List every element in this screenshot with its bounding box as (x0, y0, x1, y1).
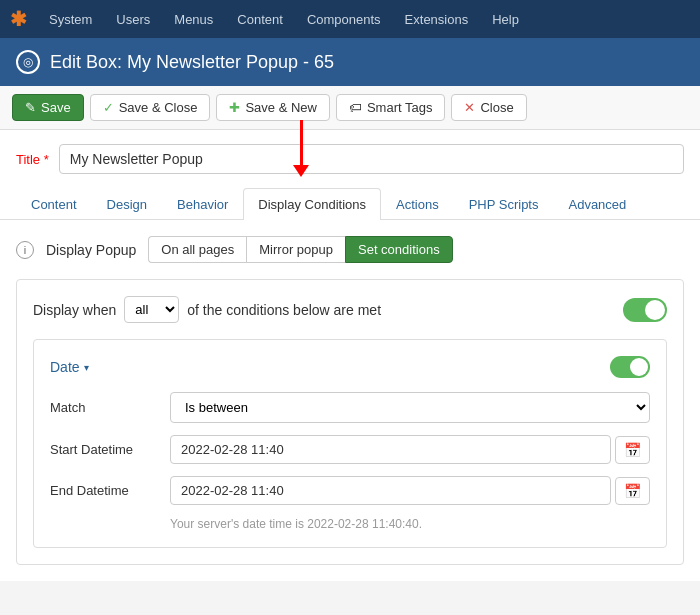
tab-advanced[interactable]: Advanced (553, 188, 641, 220)
save-button[interactable]: ✎ Save (12, 94, 84, 121)
info-icon[interactable]: i (16, 241, 34, 259)
end-datetime-row: End Datetime 📅 (50, 476, 650, 505)
start-datetime-row: Start Datetime 📅 (50, 435, 650, 464)
save-new-label: Save & New (245, 100, 317, 115)
calendar-icon-end: 📅 (624, 483, 641, 499)
close-button[interactable]: ✕ Close (451, 94, 526, 121)
match-label: Match (50, 400, 170, 415)
tabs: Content Design Behavior Display Conditio… (0, 188, 700, 220)
content-area: Title * Content Design Behavior Display … (0, 130, 700, 581)
calendar-icon: 📅 (624, 442, 641, 458)
on-all-pages-button[interactable]: On all pages (148, 236, 246, 263)
save-label: Save (41, 100, 71, 115)
save-icon: ✎ (25, 100, 36, 115)
tag-icon: 🏷 (349, 100, 362, 115)
tab-actions[interactable]: Actions (381, 188, 454, 220)
display-when-label: Display when (33, 302, 116, 318)
date-toggle[interactable] (610, 356, 650, 378)
page-title: Edit Box: My Newsletter Popup - 65 (50, 52, 334, 73)
date-label-text: Date (50, 359, 80, 375)
navbar: ✱ System Users Menus Content Components … (0, 0, 700, 38)
display-popup-label: Display Popup (46, 242, 136, 258)
end-datetime-label: End Datetime (50, 483, 170, 498)
match-select[interactable]: Is between Is not between Is before Is a… (170, 392, 650, 423)
nav-users[interactable]: Users (106, 6, 160, 33)
toolbar: ✎ Save ✓ Save & Close ✚ Save & New 🏷 Sma… (0, 86, 700, 130)
brand-icon: ✱ (10, 7, 27, 31)
tab-content[interactable]: Content (16, 188, 92, 220)
tab-content-area: i Display Popup On all pages Mirror popu… (16, 220, 684, 581)
tab-php-scripts[interactable]: PHP Scripts (454, 188, 554, 220)
title-label: Title * (16, 152, 49, 167)
end-datetime-input[interactable] (170, 476, 611, 505)
save-close-label: Save & Close (119, 100, 198, 115)
date-header: Date ▾ (50, 356, 650, 378)
display-when-row: Display when all any of the conditions b… (33, 296, 667, 323)
display-popup-btn-group: On all pages Mirror popup Set conditions (148, 236, 452, 263)
nav-extensions[interactable]: Extensions (395, 6, 479, 33)
display-popup-row: i Display Popup On all pages Mirror popu… (16, 236, 684, 263)
start-datetime-label: Start Datetime (50, 442, 170, 457)
server-time: Your server's date time is 2022-02-28 11… (170, 517, 650, 531)
smart-tags-button[interactable]: 🏷 Smart Tags (336, 94, 446, 121)
close-icon: ✕ (464, 100, 475, 115)
end-calendar-button[interactable]: 📅 (615, 477, 650, 505)
tab-behavior[interactable]: Behavior (162, 188, 243, 220)
title-input[interactable] (59, 144, 684, 174)
date-expand-button[interactable]: Date ▾ (50, 359, 89, 375)
tab-design[interactable]: Design (92, 188, 162, 220)
page-header: ◎ Edit Box: My Newsletter Popup - 65 (0, 38, 700, 86)
start-datetime-group: 📅 (170, 435, 650, 464)
nav-components[interactable]: Components (297, 6, 391, 33)
nav-menus[interactable]: Menus (164, 6, 223, 33)
display-when-select[interactable]: all any (124, 296, 179, 323)
title-row: Title * (16, 144, 684, 174)
mirror-popup-button[interactable]: Mirror popup (246, 236, 345, 263)
header-icon: ◎ (16, 50, 40, 74)
nav-help[interactable]: Help (482, 6, 529, 33)
save-close-button[interactable]: ✓ Save & Close (90, 94, 211, 121)
tab-display-conditions[interactable]: Display Conditions (243, 188, 381, 220)
date-card: Date ▾ Match Is between Is not between I… (33, 339, 667, 548)
start-calendar-button[interactable]: 📅 (615, 436, 650, 464)
display-when-toggle[interactable] (623, 298, 667, 322)
smart-tags-label: Smart Tags (367, 100, 433, 115)
check-icon: ✓ (103, 100, 114, 115)
end-datetime-group: 📅 (170, 476, 650, 505)
plus-icon: ✚ (229, 100, 240, 115)
nav-system[interactable]: System (39, 6, 102, 33)
chevron-down-icon: ▾ (84, 362, 89, 373)
set-conditions-button[interactable]: Set conditions (345, 236, 453, 263)
display-when-text: of the conditions below are met (187, 302, 381, 318)
start-datetime-input[interactable] (170, 435, 611, 464)
close-label: Close (480, 100, 513, 115)
nav-content[interactable]: Content (227, 6, 293, 33)
condition-card: Display when all any of the conditions b… (16, 279, 684, 565)
save-new-button[interactable]: ✚ Save & New (216, 94, 330, 121)
match-row: Match Is between Is not between Is befor… (50, 392, 650, 423)
